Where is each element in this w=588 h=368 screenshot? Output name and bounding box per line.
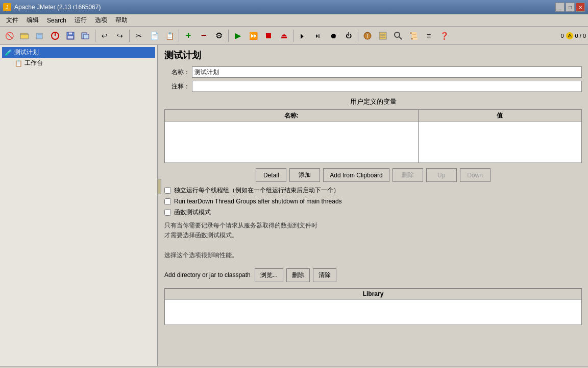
toolbar-remote-start[interactable]: ⏵: [296, 29, 310, 43]
toolbar-remote-start-all[interactable]: ⏯: [311, 29, 325, 43]
close-button[interactable]: ✕: [576, 3, 585, 12]
checkbox-row-2: Run tearDown Thread Groups after shutdow…: [164, 198, 582, 205]
toolbar-open[interactable]: [17, 29, 32, 43]
comment-label: 注释：: [164, 82, 190, 91]
toolbar-stop[interactable]: ⏹: [261, 29, 276, 43]
toolbar-help2[interactable]: 📜: [406, 29, 421, 43]
toolbar-paste[interactable]: 📋: [162, 29, 177, 43]
classpath-buttons: 浏览... 删除 清除: [255, 268, 336, 282]
sep6: [358, 30, 358, 42]
toolbar-remote-stop[interactable]: ⏺: [326, 29, 340, 43]
toolbar-undo[interactable]: ↩: [97, 29, 112, 43]
name-input[interactable]: [192, 66, 582, 78]
toolbar-expand[interactable]: ⚙: [212, 29, 226, 43]
variables-section: 用户定义的变量 名称: 值: [164, 97, 582, 163]
svg-line-18: [399, 37, 402, 39]
test-plan-icon: 🧪: [4, 49, 12, 57]
title-bar-text: Apache JMeter (2.13 r1665067): [14, 4, 101, 11]
classpath-label: Add directory or jar to classpath: [164, 271, 251, 279]
app-icon: J: [3, 3, 11, 11]
workbench-label: 工作台: [24, 59, 43, 67]
right-panel: 测试计划 名称： 注释： 用户定义的变量 名称: 值: [158, 45, 588, 366]
info-text: 只有当你需要记录每个请求从服务器取得的数据到文件时 才需要选择函数测试模式。 选…: [164, 221, 582, 260]
toolbar-right: 0 ⚠ 0 / 0: [560, 32, 586, 39]
down-button[interactable]: Down: [460, 168, 491, 182]
menu-edit[interactable]: 编辑: [22, 15, 43, 26]
menu-search[interactable]: Search: [43, 16, 70, 25]
menu-bar: 文件 编辑 Search 运行 选项 帮助: [0, 14, 588, 27]
toolbar-browse-tests[interactable]: [391, 29, 405, 43]
info-line-1: 只有当你需要记录每个请求从服务器取得的数据到文件时: [164, 221, 582, 231]
toolbar-shutdown[interactable]: ⏏: [277, 29, 291, 43]
toolbar-close[interactable]: [33, 29, 47, 43]
delete-button[interactable]: 删除: [393, 168, 423, 182]
detail-button[interactable]: Detail: [256, 168, 286, 182]
classpath-clear-button[interactable]: 清除: [313, 268, 336, 282]
toolbar: 🚫 ↩ ↪ ✂ 📄 📋 + − ⚙ ▶ ⏩ ⏹ ⏏ ⏵ ⏯ ⏺ ⏻ T 📜 ≡ …: [0, 27, 588, 45]
library-table: Library: [164, 288, 582, 325]
toolbar-start[interactable]: ▶: [231, 29, 245, 43]
browse-button[interactable]: 浏览...: [255, 268, 283, 282]
library-header: Library: [165, 288, 582, 299]
svg-rect-2: [36, 33, 42, 39]
checkbox-independent-groups[interactable]: [164, 187, 171, 194]
page-title: 测试计划: [164, 49, 582, 61]
sep1: [95, 30, 95, 42]
toolbar-cut[interactable]: ✂: [132, 29, 146, 43]
checkbox-label-2: Run tearDown Thread Groups after shutdow…: [174, 198, 342, 205]
col-value: 值: [418, 110, 581, 122]
menu-file[interactable]: 文件: [2, 15, 22, 26]
toolbar-remote-stop-all[interactable]: ⏻: [341, 29, 356, 43]
tree-item-test-plan[interactable]: 🧪 测试计划: [2, 47, 155, 58]
comment-row: 注释：: [164, 81, 582, 92]
up-button[interactable]: Up: [426, 168, 457, 182]
toolbar-redo[interactable]: ↪: [113, 29, 127, 43]
toolbar-new[interactable]: 🚫: [2, 29, 16, 43]
title-bar-left: J Apache JMeter (2.13 r1665067): [3, 3, 101, 11]
checkbox-label-3: 函数测试模式: [174, 208, 211, 217]
sep5: [293, 30, 293, 42]
toolbar-question[interactable]: ❓: [437, 29, 451, 43]
col-name: 名称:: [165, 110, 419, 122]
status-bar: [0, 366, 588, 368]
info-line-3: 选择这个选项很影响性能。: [164, 250, 582, 260]
toolbar-copy[interactable]: 📄: [147, 29, 161, 43]
sep2: [129, 30, 130, 42]
menu-help[interactable]: 帮助: [111, 15, 132, 26]
checkbox-label-1: 独立运行每个线程组（例如在一个组运行结束后启动下一个）: [174, 186, 339, 195]
minimize-button[interactable]: _: [555, 3, 565, 12]
toolbar-reload[interactable]: [48, 29, 62, 43]
svg-rect-7: [68, 32, 72, 35]
checkbox-functional-mode[interactable]: [164, 209, 171, 216]
menu-run[interactable]: 运行: [70, 15, 91, 26]
sep3: [179, 30, 179, 42]
toolbar-save-as[interactable]: [79, 29, 93, 43]
variables-table: 名称: 值: [164, 109, 582, 163]
tree-children: 📋 工作台: [2, 58, 155, 68]
menu-options[interactable]: 选项: [91, 15, 111, 26]
toolbar-add[interactable]: +: [181, 29, 195, 43]
svg-rect-10: [84, 34, 89, 39]
workbench-icon: 📋: [14, 59, 22, 67]
toolbar-log[interactable]: [376, 29, 390, 43]
maximize-button[interactable]: □: [566, 3, 575, 12]
toolbar-save[interactable]: [63, 29, 78, 43]
table-cell-value: [418, 122, 581, 163]
toolbar-start-no-pause[interactable]: ⏩: [246, 29, 260, 43]
classpath-delete-button[interactable]: 删除: [286, 268, 310, 282]
add-from-clipboard-button[interactable]: Add from Clipboard: [323, 168, 389, 182]
tree-item-workbench[interactable]: 📋 工作台: [12, 58, 155, 68]
left-edge-tab[interactable]: [157, 179, 161, 194]
title-bar-controls[interactable]: _ □ ✕: [555, 3, 585, 12]
warning-icon: ⚠: [566, 32, 573, 39]
checkbox-teardown[interactable]: [164, 198, 171, 205]
table-row-empty: [165, 122, 582, 163]
comment-input[interactable]: [192, 81, 582, 92]
toolbar-list[interactable]: ≡: [422, 29, 436, 43]
library-cell: [165, 299, 582, 325]
add-button[interactable]: 添加: [289, 168, 320, 182]
svg-rect-1: [20, 34, 29, 39]
toolbar-remove[interactable]: −: [197, 29, 211, 43]
library-row-empty: [165, 299, 582, 325]
toolbar-template[interactable]: T: [360, 29, 375, 43]
